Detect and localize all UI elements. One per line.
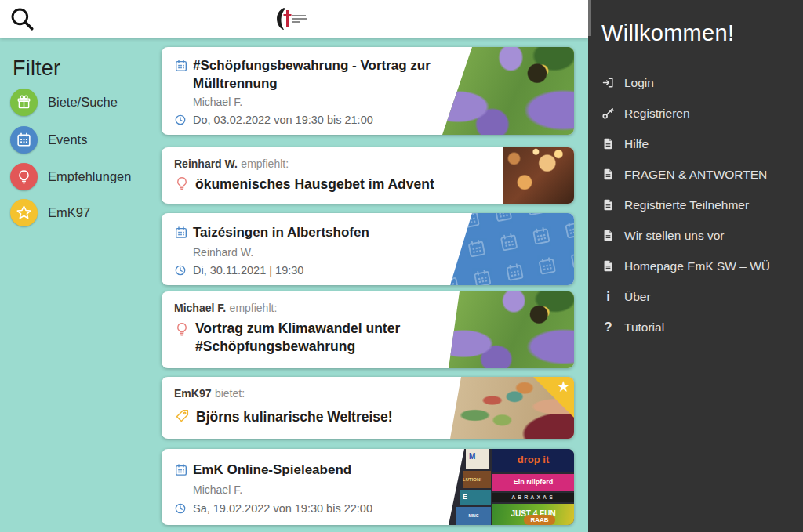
- welcome-title: Willkommen!: [601, 20, 734, 46]
- event-card[interactable]: EmK Online-Spieleabend Michael F. Sa, 19…: [162, 449, 574, 525]
- calendar-icon: [174, 463, 188, 477]
- recommendation-card[interactable]: Reinhard W. empfiehlt: ökumenisches Haus…: [162, 147, 574, 204]
- card-author: Michael F.: [193, 483, 242, 496]
- calendar-pattern: [427, 213, 574, 285]
- filter-item-emk97[interactable]: EmK97: [10, 199, 90, 226]
- card-user: EmK97: [174, 387, 211, 400]
- feed: #Schöpfungsbewahrung - Vortrag zur Müllt…: [162, 47, 574, 525]
- card-image: [449, 291, 574, 368]
- sidebar-item-homepage-emk[interactable]: Homepage EmK SW – WÜ: [588, 251, 803, 281]
- clock-icon: [174, 264, 187, 277]
- clock-icon: [174, 502, 187, 515]
- info-icon: i: [601, 290, 615, 304]
- sidebar-item-registrieren[interactable]: Registrieren: [588, 98, 803, 128]
- scrollbar-thumb[interactable]: [588, 0, 591, 36]
- star-badge-icon: ★: [557, 379, 570, 394]
- sidebar-item-login[interactable]: Login: [588, 67, 803, 98]
- card-image: M LUTION! E MING drop it Ein Nilpferd AB…: [449, 449, 574, 525]
- sidebar-item-label: Wir stellen uns vor: [624, 229, 724, 243]
- filter-item-label: EmK97: [48, 205, 90, 220]
- card-date: Do, 03.02.2022 von 19:30 bis 21:00: [193, 114, 373, 126]
- sidebar-item-label: Tutorial: [624, 320, 664, 335]
- star-icon: [10, 199, 38, 226]
- filter-title: Filter: [13, 56, 60, 81]
- sidebar-item-label: Über: [624, 290, 651, 304]
- tag-icon: [174, 408, 190, 424]
- search-icon[interactable]: [9, 5, 35, 32]
- document-icon: [601, 229, 615, 243]
- card-meta: EmK97 bietet:: [174, 386, 245, 400]
- question-icon: ?: [601, 320, 615, 335]
- sidebar-item-label: Login: [624, 76, 654, 90]
- key-icon: [601, 107, 615, 121]
- calendar-icon: [174, 59, 188, 73]
- card-action: empfiehlt:: [230, 302, 278, 314]
- card-title: ökumenisches Hausgebet im Advent: [195, 176, 434, 194]
- sidebar-item-label: Registrierte Teilnehmer: [624, 198, 749, 212]
- document-icon: [601, 137, 615, 151]
- lightbulb-icon: [174, 321, 190, 337]
- card-meta: Michael F. empfiehlt:: [174, 301, 277, 315]
- sidebar-menu: Login Registrieren Hilfe FRAGEN & ANTWOR…: [588, 67, 803, 342]
- card-user: Michael F.: [174, 302, 226, 314]
- sidebar-item-wir-stellen-uns-vor[interactable]: Wir stellen uns vor: [588, 220, 803, 251]
- document-icon: [601, 259, 615, 273]
- filter-item-label: Events: [48, 132, 87, 147]
- document-icon: [601, 198, 615, 212]
- sidebar-item-label: Hilfe: [624, 137, 649, 151]
- emk-logo: [271, 5, 317, 32]
- card-date: Di, 30.11.2021 | 19:30: [193, 264, 303, 277]
- sidebar-item-tutorial[interactable]: ? Tutorial: [588, 312, 803, 342]
- card-action: empfiehlt:: [241, 157, 289, 170]
- card-author: Reinhard W.: [193, 246, 253, 259]
- game-box: M: [466, 449, 489, 469]
- card-image: [503, 147, 574, 204]
- recommendation-card[interactable]: Michael F. empfiehlt: Vortrag zum Klimaw…: [162, 291, 574, 368]
- game-box: Ein Nilpferd: [492, 474, 574, 491]
- event-card[interactable]: Taizésingen in Albertshofen Reinhard W. …: [162, 213, 574, 285]
- sidebar-item-label: Registrieren: [624, 107, 690, 121]
- calendar-icon: [10, 126, 38, 154]
- game-box: E: [460, 490, 491, 505]
- welcome-sidebar: Willkommen! Login Registrieren Hilfe FRA…: [588, 0, 803, 532]
- card-user: Reinhard W.: [174, 157, 238, 170]
- content-area: Filter Biete/Suche Events Empfehlungen E…: [0, 38, 588, 532]
- card-action: bietet:: [215, 387, 245, 400]
- card-image: [450, 213, 574, 285]
- document-icon: [601, 168, 615, 182]
- sign-in-icon: [601, 76, 615, 90]
- game-box: MING: [456, 507, 491, 525]
- sidebar-item-ueber[interactable]: i Über: [588, 281, 803, 312]
- sidebar-item-fragen-antworten[interactable]: FRAGEN & ANTWORTEN: [588, 159, 803, 190]
- calendar-icon: [174, 226, 188, 240]
- sidebar-item-registrierte-teilnehmer[interactable]: Registrierte Teilnehmer: [588, 190, 803, 220]
- card-title: Taizésingen in Albertshofen: [193, 223, 369, 241]
- clock-icon: [174, 114, 187, 126]
- game-box: LUTION!: [463, 471, 491, 488]
- sidebar-item-label: Homepage EmK SW – WÜ: [624, 259, 770, 273]
- topbar: [0, 0, 588, 38]
- sidebar-item-hilfe[interactable]: Hilfe: [588, 128, 803, 159]
- game-box: drop it: [492, 449, 574, 472]
- filter-item-empfehlungen[interactable]: Empfehlungen: [10, 163, 131, 190]
- gift-icon: [10, 89, 38, 116]
- filter-item-label: Biete/Suche: [48, 95, 118, 110]
- game-box: RAAB: [524, 515, 555, 525]
- filter-item-biete-suche[interactable]: Biete/Suche: [10, 89, 118, 116]
- lightbulb-icon: [174, 176, 190, 191]
- card-title: Björns kulinarische Weltreise!: [196, 408, 393, 426]
- card-author: Michael F.: [193, 96, 242, 108]
- event-card[interactable]: #Schöpfungsbewahrung - Vortrag zur Müllt…: [162, 47, 574, 135]
- lightbulb-icon: [10, 163, 38, 190]
- card-title: EmK Online-Spieleabend: [193, 461, 351, 479]
- card-date: Sa, 19.02.2022 von 19:30 bis 22:00: [193, 502, 372, 515]
- card-meta: Reinhard W. empfiehlt:: [174, 157, 289, 171]
- offer-card[interactable]: EmK97 bietet: Björns kulinarische Weltre…: [162, 377, 574, 439]
- sidebar-item-label: FRAGEN & ANTWORTEN: [624, 168, 767, 182]
- filter-item-label: Empfehlungen: [48, 169, 131, 184]
- card-title: Vortrag zum Klimawandel unter #Schöpfung…: [195, 320, 454, 356]
- filter-item-events[interactable]: Events: [10, 126, 87, 154]
- game-box: ABRAXAS: [492, 493, 574, 502]
- card-title: #Schöpfungsbewahrung - Vortrag zur Müllt…: [193, 56, 467, 92]
